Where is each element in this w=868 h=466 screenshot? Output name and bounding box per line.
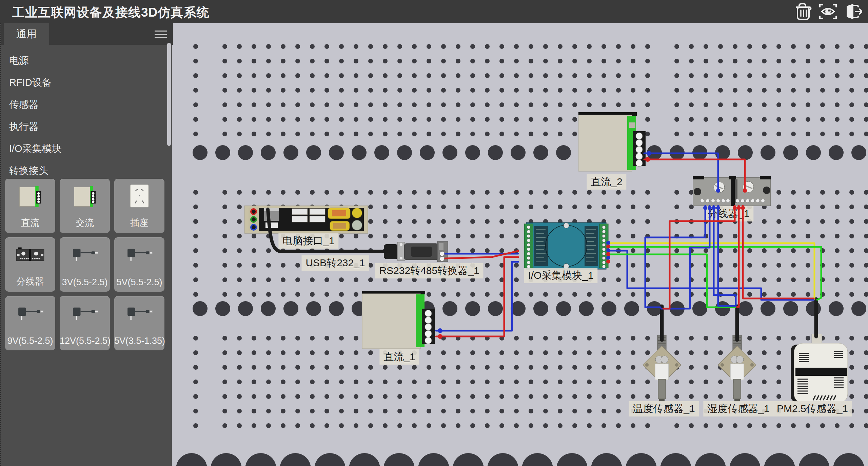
sidebar-item-sensor[interactable]: 传感器 — [1, 94, 164, 116]
sidebar-scrollbar[interactable] — [167, 43, 171, 146]
app-title: 工业互联网设备及接线3D仿真系统 — [12, 4, 209, 21]
device-card-label: 9V(5.5-2.5) — [5, 336, 55, 346]
device-usb-rs232-converter[interactable] — [382, 237, 449, 266]
sidebar-tabrow: 通用 — [1, 23, 173, 45]
device-card-12v[interactable]: 12V(5.5-2.5) — [60, 296, 110, 350]
device-dc-power-2[interactable] — [578, 112, 647, 173]
device-card-dc[interactable]: 直流 — [5, 179, 55, 233]
trash-icon[interactable] — [793, 2, 814, 21]
device-dc-power-1[interactable] — [362, 291, 437, 351]
device-card-label: 3V(5.5-2.5) — [60, 277, 110, 288]
device-card-ac[interactable]: 交流 — [60, 179, 110, 233]
device-humidity-sensor[interactable] — [717, 335, 757, 404]
device-card-5v[interactable]: 5V(5.5-2.5) — [114, 237, 164, 292]
sidebar: 通用 电源RFID设备传感器执行器I/O采集模块转换接头 直流交流插座分线器3V… — [0, 23, 172, 466]
titlebar: 工业互联网设备及接线3D仿真系统 — [0, 0, 868, 23]
device-card-label: 插座 — [114, 217, 164, 229]
device-pm25-sensor[interactable] — [791, 334, 851, 404]
device-card-label: 分线器 — [5, 275, 55, 288]
device-card-grid: 直流交流插座分线器3V(5.5-2.5)5V(5.5-2.5)9V(5.5-2.… — [5, 179, 167, 350]
device-card-socket[interactable]: 插座 — [114, 179, 164, 233]
device-card-label: 交流 — [60, 217, 110, 229]
scene-viewport[interactable] — [172, 23, 868, 466]
sidebar-item-io-module[interactable]: I/O采集模块 — [1, 138, 164, 160]
titlebar-actions — [793, 2, 863, 21]
device-card-9v[interactable]: 9V(5.5-2.5) — [5, 296, 55, 350]
device-splitter[interactable] — [693, 176, 772, 207]
device-card-label: 5V(5.5-2.5) — [114, 277, 164, 288]
sidebar-item-actuator[interactable]: 执行器 — [1, 116, 164, 138]
tab-general[interactable]: 通用 — [4, 23, 49, 45]
device-card-label: 直流 — [5, 217, 55, 229]
device-card-label: 5V(3.5-1.35) — [114, 336, 164, 346]
device-card-5v135[interactable]: 5V(3.5-1.35) — [114, 296, 164, 350]
device-card-label: 12V(5.5-2.5) — [60, 336, 110, 346]
sidebar-item-power[interactable]: 电源 — [1, 50, 164, 72]
device-io-module[interactable] — [524, 222, 609, 271]
device-temp-sensor[interactable] — [642, 335, 682, 404]
device-card-splitter[interactable]: 分线器 — [5, 237, 55, 292]
device-card-3v[interactable]: 3V(5.5-2.5) — [60, 237, 110, 292]
device-pc-interface[interactable] — [244, 206, 369, 235]
menu-toggle-icon[interactable] — [155, 31, 167, 38]
sidebar-item-rfid[interactable]: RFID设备 — [1, 72, 164, 94]
eye-focus-icon[interactable] — [817, 2, 839, 21]
exit-icon[interactable] — [842, 2, 863, 21]
sidebar-menu: 电源RFID设备传感器执行器I/O采集模块转换接头 — [1, 50, 164, 182]
